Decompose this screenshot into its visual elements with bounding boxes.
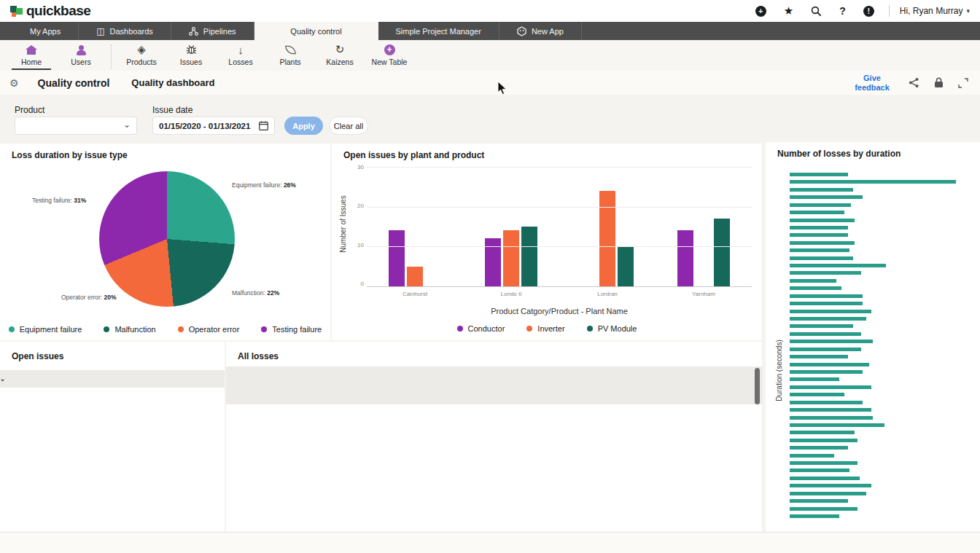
fullscreen-icon[interactable]: [958, 78, 968, 88]
nav-item-new-table[interactable]: +New Table: [370, 43, 409, 68]
quickbase-logo-icon: [10, 5, 23, 17]
table-scrollbar[interactable]: [755, 368, 760, 404]
legend-label: Conductor: [468, 324, 505, 333]
nav-item-home[interactable]: Home: [12, 43, 51, 70]
duration-bar[interactable]: [790, 219, 855, 222]
duration-bar[interactable]: [790, 468, 849, 472]
alert-icon[interactable]: !: [863, 6, 874, 17]
duration-bar[interactable]: [790, 355, 848, 358]
tab-new-app[interactable]: New App: [499, 22, 582, 40]
duration-bar[interactable]: [790, 180, 956, 184]
bar-conductor[interactable]: [677, 230, 693, 286]
duration-bar[interactable]: [790, 241, 855, 245]
products-icon: ◈: [137, 43, 146, 56]
clear-all-button[interactable]: Clear all: [329, 117, 368, 135]
bar-inverter[interactable]: [599, 191, 615, 286]
duration-bar[interactable]: [790, 203, 851, 207]
duration-bar[interactable]: [790, 324, 853, 328]
duration-bar[interactable]: [790, 416, 873, 420]
bar-conductor[interactable]: [389, 230, 405, 286]
expand-all-chevron-icon[interactable]: ⌄: [0, 375, 41, 383]
tab-my-apps[interactable]: My Apps: [0, 22, 79, 40]
duration-bar[interactable]: [790, 507, 858, 511]
duration-bar[interactable]: [790, 173, 848, 176]
duration-bar[interactable]: [790, 211, 844, 214]
apply-button[interactable]: Apply: [284, 117, 323, 135]
duration-bar[interactable]: [790, 393, 844, 396]
duration-bar[interactable]: [790, 446, 848, 450]
duration-bar[interactable]: [790, 484, 871, 487]
duration-bar[interactable]: [790, 279, 836, 283]
duration-bar[interactable]: [790, 226, 848, 230]
duration-bar[interactable]: [790, 492, 866, 495]
duration-bar[interactable]: [790, 499, 848, 503]
user-menu[interactable]: Hi, Ryan Murray ▾: [900, 6, 970, 16]
duration-bar[interactable]: [790, 286, 841, 290]
bar-inverter[interactable]: [407, 267, 423, 286]
give-feedback-link[interactable]: Give feedback: [850, 74, 894, 92]
nav-item-users[interactable]: Users: [61, 43, 101, 68]
tab-quality-control[interactable]: Quality control: [254, 22, 378, 40]
favorites-icon[interactable]: ★: [784, 4, 793, 17]
nav-item-kaizens[interactable]: ↻Kaizens: [320, 43, 359, 68]
lock-icon[interactable]: [934, 77, 944, 88]
duration-bar[interactable]: [790, 514, 839, 518]
duration-bar[interactable]: [790, 461, 858, 465]
duration-bar[interactable]: [790, 370, 863, 374]
duration-bar[interactable]: [790, 248, 849, 252]
product-filter-select[interactable]: ⌄: [15, 117, 137, 135]
duration-bar[interactable]: [790, 233, 848, 237]
duration-bar[interactable]: [790, 188, 853, 192]
nav-item-plants[interactable]: Plants: [271, 43, 310, 68]
duration-bar[interactable]: [790, 348, 861, 351]
duration-bar[interactable]: [790, 431, 855, 434]
bar-pv-module[interactable]: [618, 246, 634, 286]
duration-bar[interactable]: [790, 332, 861, 336]
duration-bar[interactable]: [790, 423, 884, 427]
duration-bar[interactable]: [790, 264, 886, 267]
quickbase-logo[interactable]: quickbase: [10, 3, 90, 19]
bar-pv-module[interactable]: [521, 227, 537, 286]
duration-bar[interactable]: [790, 439, 858, 442]
bar-pv-module[interactable]: [714, 219, 730, 286]
duration-bar[interactable]: [790, 340, 873, 343]
duration-bar[interactable]: [790, 401, 863, 404]
duration-bar[interactable]: [790, 317, 866, 321]
kaizens-icon: ↻: [335, 43, 345, 56]
dashboard-title[interactable]: Quality dashboard: [131, 77, 214, 88]
app-table-nav: HomeUsers◈ProductsIssues↓LossesPlants↻Ka…: [0, 40, 980, 71]
duration-bar[interactable]: [790, 310, 871, 313]
duration-bar[interactable]: [790, 294, 863, 298]
bar-conductor[interactable]: [485, 238, 501, 286]
duration-bar[interactable]: [790, 271, 861, 275]
nav-item-products[interactable]: ◈Products: [122, 43, 161, 68]
tab-simple-project-manager[interactable]: Simple Project Manager: [378, 22, 499, 40]
duration-bar[interactable]: [790, 302, 863, 305]
duration-bar[interactable]: [790, 195, 863, 199]
duration-bar[interactable]: [790, 476, 860, 480]
nav-item-issues[interactable]: Issues: [171, 43, 211, 68]
bar-slot: [599, 191, 617, 286]
duration-bar[interactable]: [790, 377, 839, 381]
chevron-down-icon: ▾: [966, 7, 970, 15]
losses-duration-chart-title: Number of losses by duration: [777, 149, 901, 159]
tab-pipelines[interactable]: Pipelines: [171, 22, 254, 40]
duration-bar[interactable]: [790, 454, 834, 458]
share-icon[interactable]: [909, 77, 919, 88]
tab-dashboards[interactable]: ◫Dashboards: [79, 22, 171, 40]
nav-item-losses[interactable]: ↓Losses: [221, 43, 260, 68]
hexagon-icon: [517, 26, 526, 36]
bar-slot: [521, 227, 539, 286]
duration-bar[interactable]: [790, 408, 871, 412]
bar-inverter[interactable]: [503, 230, 519, 286]
add-icon[interactable]: +: [755, 6, 766, 17]
duration-bar[interactable]: [790, 256, 853, 260]
calendar-icon[interactable]: [259, 121, 268, 130]
help-icon[interactable]: ?: [839, 5, 846, 17]
duration-bar[interactable]: [790, 385, 871, 389]
duration-bar[interactable]: [790, 363, 869, 366]
bar-group-lordran: [580, 191, 635, 286]
gear-icon[interactable]: ⚙: [9, 77, 19, 89]
search-icon[interactable]: [811, 6, 822, 17]
issue-date-input[interactable]: 01/15/2020 - 01/13/2021: [152, 117, 275, 135]
